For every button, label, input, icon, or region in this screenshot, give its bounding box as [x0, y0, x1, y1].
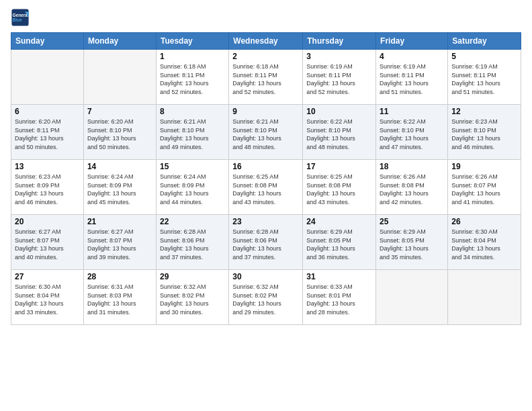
day-number: 24 [306, 217, 372, 226]
calendar-cell: 18Sunrise: 6:26 AM Sunset: 8:08 PM Dayli… [376, 160, 448, 215]
day-number: 20 [15, 217, 80, 226]
day-number: 26 [451, 217, 517, 226]
day-detail: Sunrise: 6:23 AM Sunset: 8:10 PM Dayligh… [451, 118, 517, 151]
day-detail: Sunrise: 6:27 AM Sunset: 8:07 PM Dayligh… [15, 228, 80, 261]
day-detail: Sunrise: 6:28 AM Sunset: 8:06 PM Dayligh… [232, 228, 299, 261]
weekday-header: Saturday [448, 33, 521, 50]
day-number: 2 [232, 52, 299, 61]
calendar-cell: 26Sunrise: 6:30 AM Sunset: 8:04 PM Dayli… [448, 215, 521, 270]
day-detail: Sunrise: 6:23 AM Sunset: 8:09 PM Dayligh… [15, 173, 80, 206]
calendar-cell: 30Sunrise: 6:32 AM Sunset: 8:02 PM Dayli… [229, 270, 303, 325]
day-number: 21 [87, 217, 152, 226]
day-detail: Sunrise: 6:31 AM Sunset: 8:03 PM Dayligh… [87, 283, 152, 316]
day-detail: Sunrise: 6:29 AM Sunset: 8:05 PM Dayligh… [306, 228, 372, 261]
calendar-week-row: 1Sunrise: 6:18 AM Sunset: 8:11 PM Daylig… [11, 50, 521, 105]
weekday-header: Tuesday [156, 33, 228, 50]
calendar-cell: 7Sunrise: 6:20 AM Sunset: 8:10 PM Daylig… [83, 105, 156, 160]
day-number: 22 [160, 217, 225, 226]
day-number: 13 [15, 162, 80, 171]
weekday-header: Monday [83, 33, 156, 50]
day-number: 16 [232, 162, 299, 171]
day-number: 18 [380, 162, 444, 171]
day-detail: Sunrise: 6:32 AM Sunset: 8:02 PM Dayligh… [160, 283, 225, 316]
calendar-cell: 25Sunrise: 6:29 AM Sunset: 8:05 PM Dayli… [376, 215, 448, 270]
day-detail: Sunrise: 6:20 AM Sunset: 8:10 PM Dayligh… [87, 118, 152, 151]
day-detail: Sunrise: 6:30 AM Sunset: 8:04 PM Dayligh… [451, 228, 517, 261]
calendar-cell [448, 270, 521, 325]
calendar-cell [11, 50, 84, 105]
calendar-cell: 14Sunrise: 6:24 AM Sunset: 8:09 PM Dayli… [83, 160, 156, 215]
calendar-cell [376, 270, 448, 325]
weekday-header: Thursday [303, 33, 376, 50]
day-detail: Sunrise: 6:24 AM Sunset: 8:09 PM Dayligh… [87, 173, 152, 206]
calendar-cell: 1Sunrise: 6:18 AM Sunset: 8:11 PM Daylig… [156, 50, 228, 105]
day-number: 8 [160, 107, 225, 116]
logo-icon: General Blue [11, 8, 30, 27]
day-number: 31 [306, 272, 372, 281]
day-detail: Sunrise: 6:22 AM Sunset: 8:10 PM Dayligh… [306, 118, 372, 151]
calendar-cell [83, 50, 156, 105]
day-detail: Sunrise: 6:20 AM Sunset: 8:11 PM Dayligh… [15, 118, 80, 151]
day-number: 17 [306, 162, 372, 171]
calendar-cell: 5Sunrise: 6:19 AM Sunset: 8:11 PM Daylig… [448, 50, 521, 105]
calendar-cell: 13Sunrise: 6:23 AM Sunset: 8:09 PM Dayli… [11, 160, 84, 215]
calendar-week-row: 20Sunrise: 6:27 AM Sunset: 8:07 PM Dayli… [11, 215, 521, 270]
calendar-cell: 21Sunrise: 6:27 AM Sunset: 8:07 PM Dayli… [83, 215, 156, 270]
calendar-cell: 22Sunrise: 6:28 AM Sunset: 8:06 PM Dayli… [156, 215, 228, 270]
day-number: 29 [160, 272, 225, 281]
day-number: 25 [380, 217, 444, 226]
day-detail: Sunrise: 6:18 AM Sunset: 8:11 PM Dayligh… [160, 62, 225, 96]
day-number: 27 [15, 272, 80, 281]
calendar-cell: 3Sunrise: 6:19 AM Sunset: 8:11 PM Daylig… [303, 50, 376, 105]
page: General Blue SundayMondayTuesdayWednesda… [0, 0, 532, 411]
calendar-cell: 28Sunrise: 6:31 AM Sunset: 8:03 PM Dayli… [83, 270, 156, 325]
calendar-cell: 9Sunrise: 6:21 AM Sunset: 8:10 PM Daylig… [229, 105, 303, 160]
day-detail: Sunrise: 6:24 AM Sunset: 8:09 PM Dayligh… [160, 173, 225, 206]
day-number: 19 [451, 162, 517, 171]
day-detail: Sunrise: 6:25 AM Sunset: 8:08 PM Dayligh… [232, 173, 299, 206]
day-number: 14 [87, 162, 152, 171]
day-number: 5 [451, 52, 517, 61]
day-detail: Sunrise: 6:30 AM Sunset: 8:04 PM Dayligh… [15, 283, 80, 316]
day-number: 11 [380, 107, 444, 116]
calendar-cell: 2Sunrise: 6:18 AM Sunset: 8:11 PM Daylig… [229, 50, 303, 105]
svg-text:Blue: Blue [13, 17, 22, 22]
calendar-cell: 29Sunrise: 6:32 AM Sunset: 8:02 PM Dayli… [156, 270, 228, 325]
calendar-cell: 23Sunrise: 6:28 AM Sunset: 8:06 PM Dayli… [229, 215, 303, 270]
calendar-cell: 24Sunrise: 6:29 AM Sunset: 8:05 PM Dayli… [303, 215, 376, 270]
calendar-cell: 11Sunrise: 6:22 AM Sunset: 8:10 PM Dayli… [376, 105, 448, 160]
day-detail: Sunrise: 6:33 AM Sunset: 8:01 PM Dayligh… [306, 283, 372, 316]
day-number: 10 [306, 107, 372, 116]
day-detail: Sunrise: 6:29 AM Sunset: 8:05 PM Dayligh… [380, 228, 444, 261]
calendar-cell: 12Sunrise: 6:23 AM Sunset: 8:10 PM Dayli… [448, 105, 521, 160]
day-number: 30 [232, 272, 299, 281]
weekday-header: Friday [376, 33, 448, 50]
calendar-cell: 15Sunrise: 6:24 AM Sunset: 8:09 PM Dayli… [156, 160, 228, 215]
day-number: 12 [451, 107, 517, 116]
day-detail: Sunrise: 6:26 AM Sunset: 8:07 PM Dayligh… [451, 173, 517, 206]
day-number: 7 [87, 107, 152, 116]
calendar-cell: 4Sunrise: 6:19 AM Sunset: 8:11 PM Daylig… [376, 50, 448, 105]
day-detail: Sunrise: 6:25 AM Sunset: 8:08 PM Dayligh… [306, 173, 372, 206]
calendar-cell: 27Sunrise: 6:30 AM Sunset: 8:04 PM Dayli… [11, 270, 84, 325]
calendar-cell: 8Sunrise: 6:21 AM Sunset: 8:10 PM Daylig… [156, 105, 228, 160]
calendar-cell: 20Sunrise: 6:27 AM Sunset: 8:07 PM Dayli… [11, 215, 84, 270]
calendar-cell: 19Sunrise: 6:26 AM Sunset: 8:07 PM Dayli… [448, 160, 521, 215]
day-number: 6 [15, 107, 80, 116]
calendar-cell: 10Sunrise: 6:22 AM Sunset: 8:10 PM Dayli… [303, 105, 376, 160]
calendar-cell: 31Sunrise: 6:33 AM Sunset: 8:01 PM Dayli… [303, 270, 376, 325]
day-number: 28 [87, 272, 152, 281]
day-detail: Sunrise: 6:21 AM Sunset: 8:10 PM Dayligh… [160, 118, 225, 151]
day-number: 9 [232, 107, 299, 116]
day-number: 3 [306, 52, 372, 61]
day-detail: Sunrise: 6:27 AM Sunset: 8:07 PM Dayligh… [87, 228, 152, 261]
day-number: 23 [232, 217, 299, 226]
calendar-cell: 16Sunrise: 6:25 AM Sunset: 8:08 PM Dayli… [229, 160, 303, 215]
day-detail: Sunrise: 6:19 AM Sunset: 8:11 PM Dayligh… [306, 62, 372, 96]
calendar-header-row: SundayMondayTuesdayWednesdayThursdayFrid… [11, 33, 521, 50]
day-detail: Sunrise: 6:32 AM Sunset: 8:02 PM Dayligh… [232, 283, 299, 316]
day-number: 15 [160, 162, 225, 171]
header: General Blue [11, 8, 521, 27]
day-detail: Sunrise: 6:26 AM Sunset: 8:08 PM Dayligh… [380, 173, 444, 206]
day-detail: Sunrise: 6:19 AM Sunset: 8:11 PM Dayligh… [380, 62, 444, 96]
